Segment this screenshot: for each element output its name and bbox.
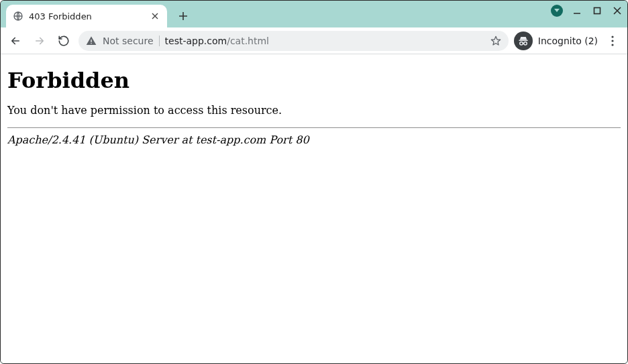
svg-point-9 bbox=[611, 36, 613, 38]
svg-point-10 bbox=[611, 40, 613, 42]
browser-window: 403 Forbidden bbox=[0, 0, 628, 364]
incognito-icon[interactable] bbox=[514, 32, 533, 50]
page-message: You don't have permission to access this… bbox=[7, 104, 621, 117]
toolbar: Not secure test-app.com/cat.html Incogni… bbox=[1, 27, 627, 54]
not-secure-label: Not secure bbox=[103, 36, 154, 46]
page-heading: Forbidden bbox=[7, 68, 621, 93]
svg-point-8 bbox=[524, 42, 527, 45]
window-controls bbox=[551, 5, 623, 17]
divider bbox=[7, 127, 621, 128]
address-bar[interactable]: Not secure test-app.com/cat.html bbox=[78, 31, 509, 51]
window-close-button[interactable] bbox=[611, 5, 623, 17]
new-tab-button[interactable] bbox=[174, 7, 193, 25]
not-secure-icon bbox=[85, 35, 97, 47]
kebab-menu-button[interactable] bbox=[603, 32, 622, 50]
omnibox-divider bbox=[159, 36, 160, 46]
svg-point-11 bbox=[611, 44, 613, 46]
maximize-button[interactable] bbox=[591, 5, 603, 17]
incognito-label: Incognito (2) bbox=[538, 36, 598, 46]
page-content: Forbidden You don't have permission to a… bbox=[1, 54, 627, 363]
tab-active[interactable]: 403 Forbidden bbox=[6, 5, 167, 27]
svg-marker-1 bbox=[554, 9, 560, 12]
tab-strip: 403 Forbidden bbox=[1, 1, 627, 27]
forward-button[interactable] bbox=[30, 32, 49, 50]
url-path: /cat.html bbox=[227, 36, 269, 46]
url-text: test-app.com/cat.html bbox=[165, 36, 484, 46]
app-menu-icon[interactable] bbox=[551, 5, 563, 17]
svg-point-7 bbox=[520, 42, 523, 45]
tab-title: 403 Forbidden bbox=[29, 11, 144, 21]
back-button[interactable] bbox=[6, 32, 25, 50]
server-signature: Apache/2.4.41 (Ubuntu) Server at test-ap… bbox=[7, 133, 621, 146]
url-host: test-app.com bbox=[165, 36, 227, 46]
close-icon[interactable] bbox=[150, 11, 160, 21]
svg-marker-5 bbox=[491, 36, 500, 45]
bookmark-star-icon[interactable] bbox=[490, 35, 502, 47]
minimize-button[interactable] bbox=[571, 5, 583, 17]
svg-rect-4 bbox=[91, 43, 91, 44]
globe-icon bbox=[13, 11, 23, 21]
svg-rect-2 bbox=[594, 8, 600, 14]
svg-rect-6 bbox=[519, 40, 528, 41]
svg-rect-3 bbox=[91, 40, 91, 42]
reload-button[interactable] bbox=[54, 32, 73, 50]
